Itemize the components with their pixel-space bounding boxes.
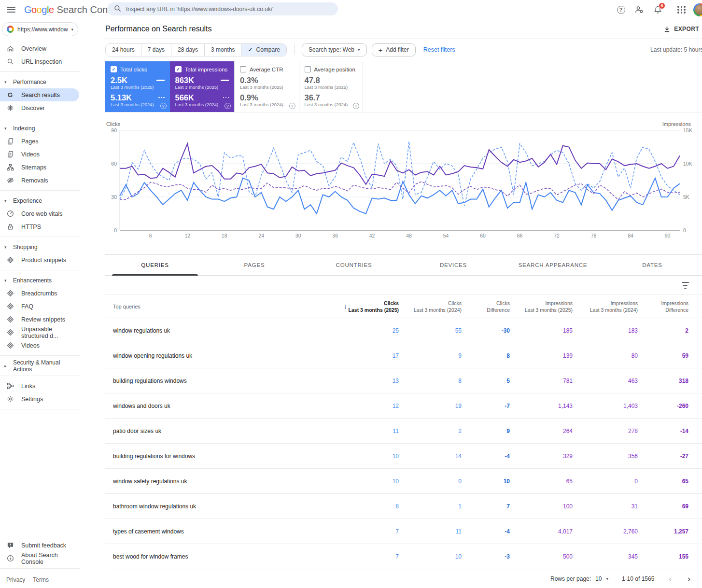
legal-links: PrivacyTerms xyxy=(0,572,80,588)
sidebar-item-removals[interactable]: Removals xyxy=(0,174,80,187)
sidebar-item-discover[interactable]: Discover xyxy=(0,101,80,114)
table-header-queries[interactable]: Top queries xyxy=(113,304,343,309)
svg-text:54: 54 xyxy=(443,233,449,238)
sidebar-item-url-inspection[interactable]: URL inspection xyxy=(0,55,80,68)
tab-pages[interactable]: PAGES xyxy=(205,255,304,275)
table-row[interactable]: windows and doors uk1219-71,1431,403-260 xyxy=(105,393,702,419)
column-header-clicks-last-3-months-2025[interactable]: ↓ClicksLast 3 months (2025) xyxy=(343,300,399,313)
url-inspection-input[interactable] xyxy=(126,6,331,13)
tab-devices[interactable]: DEVICES xyxy=(404,255,503,275)
checkbox-icon[interactable] xyxy=(240,66,246,72)
sidebar-item-review-snippets[interactable]: Review snippets xyxy=(0,313,80,326)
table-row[interactable]: building regulations for windows1014-432… xyxy=(105,444,702,469)
sidebar-item-sitemaps[interactable]: Sitemaps xyxy=(0,161,80,174)
value-cell: 4,017 xyxy=(510,528,573,535)
help-button[interactable]: ? xyxy=(616,4,626,15)
metric-card-average-position[interactable]: Average position47.8Last 3 months (2025)… xyxy=(299,61,364,112)
tab-queries[interactable]: QUERIES xyxy=(105,255,205,275)
pagination: Rows per page: 10 ▾ 1-10 of 1565 ‹ › xyxy=(105,569,702,588)
sidebar-item-https[interactable]: HTTPS xyxy=(0,220,80,233)
table-row[interactable]: building regulations windows138578146331… xyxy=(105,368,702,393)
account-avatar[interactable] xyxy=(693,3,702,16)
table-row[interactable]: window regulations uk2555-301851832 xyxy=(105,318,702,343)
table-row[interactable]: window opening regulations uk17981398059 xyxy=(105,343,702,368)
column-header-impressions-last-3-months-2025[interactable]: ImpressionsLast 3 months (2025) xyxy=(510,300,573,313)
sidebar-item-links[interactable]: Links xyxy=(0,379,80,392)
sidebar-item-about-search-console[interactable]: About Search Console xyxy=(0,552,80,565)
column-header-clicks-last-3-months-2024[interactable]: ClicksLast 3 months (2024) xyxy=(399,300,462,313)
sidebar-item-faq[interactable]: FAQ xyxy=(0,300,80,313)
column-header-clicks-difference[interactable]: ClicksDifference xyxy=(462,300,510,313)
table-row[interactable]: patio door sizes uk1129264278-14 xyxy=(105,419,702,444)
legal-link-privacy[interactable]: Privacy xyxy=(6,576,25,583)
sidebar-section-experience[interactable]: ▾Experience xyxy=(0,194,80,207)
sidebar-item-breadcrumbs[interactable]: Breadcrumbs xyxy=(0,287,80,300)
sidebar-item-videos[interactable]: Videos xyxy=(0,339,80,352)
sidebar-item-pages[interactable]: Pages xyxy=(0,135,80,148)
help-icon[interactable]: ? xyxy=(353,103,359,109)
sidebar-section-enhancements[interactable]: ▾Enhancements xyxy=(0,274,80,287)
add-filter-button[interactable]: + Add filter xyxy=(372,43,416,56)
sidebar-item-unparsable-structured-d[interactable]: Unparsable structured d... xyxy=(0,326,80,339)
table-row[interactable]: types of casement windows711-44,0172,760… xyxy=(105,519,702,544)
date-range-24-hours[interactable]: 24 hours xyxy=(106,44,141,56)
search-type-selector[interactable]: Search type: Web ▾ xyxy=(302,43,367,56)
notifications-button[interactable]: 6 xyxy=(652,4,663,15)
value-cell: 69 xyxy=(638,503,688,510)
help-icon[interactable]: ? xyxy=(160,103,167,109)
value-cell: 345 xyxy=(573,553,638,560)
google-apps-icon[interactable] xyxy=(677,6,686,14)
filter-icon[interactable] xyxy=(681,282,689,289)
compare-button[interactable]: ✓Compare xyxy=(241,44,286,56)
value-cell: -7 xyxy=(462,403,510,409)
sidebar-item-core-web-vitals[interactable]: Core web vitals xyxy=(0,207,80,220)
column-header-impressions-last-3-months-2024[interactable]: ImpressionsLast 3 months (2024) xyxy=(573,300,638,313)
menu-icon[interactable] xyxy=(7,7,15,13)
sidebar-section-indexing[interactable]: ▾Indexing xyxy=(0,122,80,135)
metric-card-total-clicks[interactable]: ✓Total clicks2.5KLast 3 months (2025)5.1… xyxy=(105,61,170,112)
help-icon[interactable]: ? xyxy=(289,103,295,109)
sidebar-item-submit-feedback[interactable]: Submit feedback xyxy=(0,539,80,552)
checkbox-icon[interactable]: ✓ xyxy=(111,66,117,72)
sidebar-section-security-manual-actions[interactable]: ▸Security & Manual Actions xyxy=(0,359,80,372)
date-range-3-months[interactable]: 3 months xyxy=(205,44,241,56)
sidebar-item-search-results[interactable]: GSearch results xyxy=(0,88,79,101)
rows-per-page-control[interactable]: Rows per page: 10 ▾ xyxy=(550,575,608,582)
tab-search-appearance[interactable]: SEARCH APPEARANCE xyxy=(503,255,603,275)
query-cell: bathroom window regulations uk xyxy=(113,503,343,510)
export-button[interactable]: EXPORT xyxy=(663,26,699,33)
sidebar-section-performance[interactable]: ▾Performance xyxy=(0,75,80,88)
metric-period: Last 3 months (2024) xyxy=(305,102,348,108)
sidebar-item-label: About Search Console xyxy=(21,552,80,565)
checkbox-icon[interactable]: ✓ xyxy=(175,66,182,72)
sidebar-section-shopping[interactable]: ▾Shopping xyxy=(0,240,80,253)
legal-link-terms[interactable]: Terms xyxy=(33,576,49,583)
sidebar-item-overview[interactable]: Overview xyxy=(0,42,80,55)
svg-text:0: 0 xyxy=(114,227,117,233)
table-row[interactable]: bathroom window regulations uk8171003169 xyxy=(105,494,702,519)
table-row[interactable]: window safety regulations uk1001065065 xyxy=(105,469,702,494)
sidebar-item-videos[interactable]: Videos xyxy=(0,148,80,161)
property-selector[interactable]: https://www.windows-... ▾ xyxy=(2,22,78,36)
column-header-impressions-difference[interactable]: ImpressionsDifference xyxy=(638,300,688,313)
user-settings-icon xyxy=(634,5,644,14)
reset-filters-button[interactable]: Reset filters xyxy=(423,46,455,53)
table-row[interactable]: best wood for window frames710-350034515… xyxy=(105,544,702,569)
date-range-7-days[interactable]: 7 days xyxy=(141,44,171,56)
metric-card-total-impressions[interactable]: ✓Total impressions863KLast 3 months (202… xyxy=(170,61,235,112)
help-icon[interactable]: ? xyxy=(225,103,231,109)
svg-text:72: 72 xyxy=(554,233,560,238)
removals-icon xyxy=(6,177,14,184)
tab-countries[interactable]: COUNTRIES xyxy=(304,255,404,275)
sort-descending-icon: ↓ xyxy=(344,303,347,310)
previous-page-button[interactable]: ‹ xyxy=(668,574,673,583)
next-page-button[interactable]: › xyxy=(687,574,691,583)
metric-card-average-ctr[interactable]: Average CTR0.3%Last 3 months (2025)0.9%L… xyxy=(234,61,299,112)
checkbox-icon[interactable] xyxy=(305,66,311,72)
sidebar-item-settings[interactable]: Settings xyxy=(0,392,80,406)
date-range-28-days[interactable]: 28 days xyxy=(171,44,205,56)
url-inspection-bar[interactable] xyxy=(107,2,338,15)
manage-users-button[interactable] xyxy=(634,4,645,15)
tab-dates[interactable]: DATES xyxy=(603,255,702,275)
sidebar-item-product-snippets[interactable]: Product snippets xyxy=(0,253,80,266)
